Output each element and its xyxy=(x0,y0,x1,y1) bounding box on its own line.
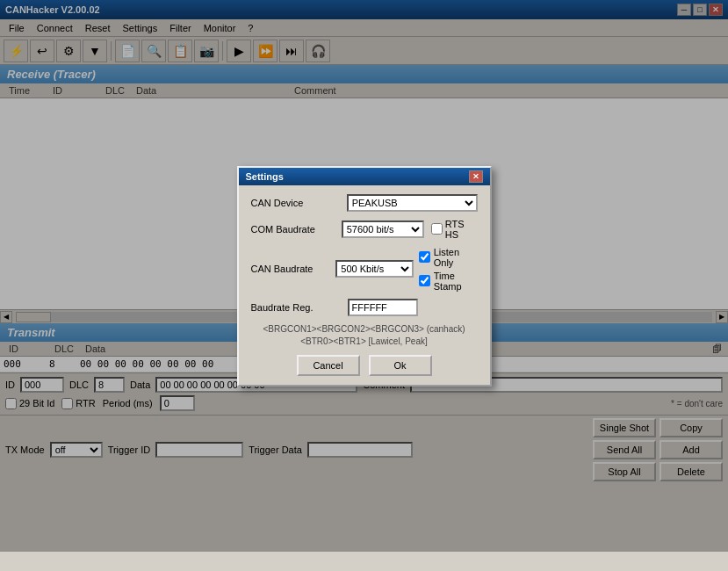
rts-hs-group: RTS HS xyxy=(431,219,478,240)
rts-hs-label: RTS HS xyxy=(445,219,478,240)
com-baudrate-label: COM Baudrate xyxy=(251,224,342,235)
com-baudrate-select[interactable]: 57600 bit/s xyxy=(342,220,424,238)
modal-button-row: Cancel Ok xyxy=(251,355,478,376)
rts-hs-checkbox[interactable] xyxy=(431,223,443,235)
listen-only-checkbox[interactable] xyxy=(419,251,430,263)
com-baudrate-row: COM Baudrate 57600 bit/s RTS HS xyxy=(251,219,478,240)
timestamp-label: Time Stamp xyxy=(434,271,478,292)
modal-overlay: Settings ✕ CAN Device PEAKUSB LAWICEL SL… xyxy=(0,0,728,552)
modal-title-bar: Settings ✕ xyxy=(239,168,490,185)
can-device-label: CAN Device xyxy=(251,198,347,208)
modal-title-text: Settings xyxy=(246,171,284,182)
can-baudrate-select[interactable]: 500 Kbit/s xyxy=(335,260,413,278)
can-device-row: CAN Device PEAKUSB LAWICEL SLCAN xyxy=(251,194,478,212)
can-options-group: Listen Only Time Stamp xyxy=(419,247,478,292)
settings-note: <BRGCON1><BRGCON2><BRGCON3> (canhack)<BT… xyxy=(251,323,478,348)
listen-only-label: Listen Only xyxy=(434,247,478,268)
modal-body: CAN Device PEAKUSB LAWICEL SLCAN COM Bau… xyxy=(239,185,490,385)
can-baudrate-row: CAN Baudrate 500 Kbit/s Listen Only Time… xyxy=(251,247,478,292)
can-device-select[interactable]: PEAKUSB LAWICEL SLCAN xyxy=(347,194,478,212)
baudrate-reg-input[interactable] xyxy=(348,299,418,316)
timestamp-row: Time Stamp xyxy=(419,271,478,292)
can-baudrate-label: CAN Baudrate xyxy=(251,264,336,274)
cancel-button[interactable]: Cancel xyxy=(297,355,360,376)
ok-button[interactable]: Ok xyxy=(369,355,432,376)
timestamp-checkbox[interactable] xyxy=(419,275,430,286)
listen-only-row: Listen Only xyxy=(419,247,478,268)
baudrate-reg-label: Baudrate Reg. xyxy=(251,302,348,313)
baudrate-reg-row: Baudrate Reg. xyxy=(251,299,478,316)
modal-close-button[interactable]: ✕ xyxy=(469,170,483,183)
settings-dialog: Settings ✕ CAN Device PEAKUSB LAWICEL SL… xyxy=(237,166,492,387)
